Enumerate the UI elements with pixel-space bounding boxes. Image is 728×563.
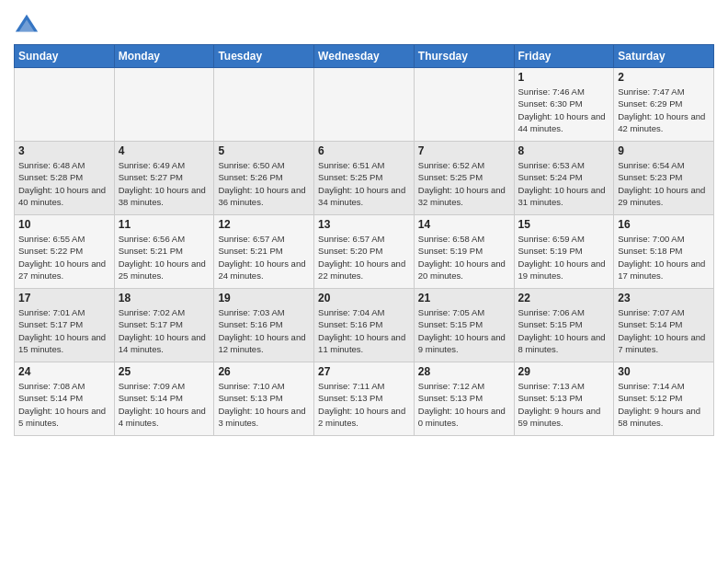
calendar-cell: 5Sunrise: 6:50 AMSunset: 5:26 PMDaylight… xyxy=(214,142,314,215)
day-number: 6 xyxy=(318,144,410,157)
day-number: 4 xyxy=(119,144,210,157)
calendar-cell xyxy=(114,68,214,142)
logo-icon xyxy=(14,13,40,39)
day-info: Sunrise: 7:12 AMSunset: 5:13 PMDaylight:… xyxy=(418,380,510,429)
day-number: 24 xyxy=(18,365,110,378)
calendar-cell: 6Sunrise: 6:51 AMSunset: 5:25 PMDaylight… xyxy=(314,142,415,215)
calendar-cell: 24Sunrise: 7:08 AMSunset: 5:14 PMDayligh… xyxy=(15,362,115,436)
calendar-week-row: 24Sunrise: 7:08 AMSunset: 5:14 PMDayligh… xyxy=(15,362,714,436)
day-of-week-header: Saturday xyxy=(614,45,714,68)
day-number: 5 xyxy=(218,144,310,157)
day-info: Sunrise: 7:03 AMSunset: 5:16 PMDaylight:… xyxy=(218,306,310,355)
calendar-cell: 2Sunrise: 7:47 AMSunset: 6:29 PMDaylight… xyxy=(614,68,714,142)
day-number: 26 xyxy=(218,365,310,378)
day-number: 21 xyxy=(418,292,510,304)
calendar-cell: 14Sunrise: 6:58 AMSunset: 5:19 PMDayligh… xyxy=(414,215,514,289)
header-row: SundayMondayTuesdayWednesdayThursdayFrid… xyxy=(15,45,714,68)
calendar-cell: 25Sunrise: 7:09 AMSunset: 5:14 PMDayligh… xyxy=(114,362,214,436)
day-number: 22 xyxy=(518,292,610,304)
day-number: 30 xyxy=(618,365,710,378)
day-number: 7 xyxy=(418,144,510,157)
day-info: Sunrise: 6:55 AMSunset: 5:22 PMDaylight:… xyxy=(18,233,110,282)
day-number: 8 xyxy=(518,144,610,157)
calendar-table: SundayMondayTuesdayWednesdayThursdayFrid… xyxy=(14,44,714,436)
day-number: 11 xyxy=(119,218,210,231)
day-info: Sunrise: 7:14 AMSunset: 5:12 PMDaylight:… xyxy=(618,380,710,429)
day-info: Sunrise: 6:58 AMSunset: 5:19 PMDaylight:… xyxy=(418,233,510,282)
day-number: 23 xyxy=(618,292,710,304)
calendar-cell: 11Sunrise: 6:56 AMSunset: 5:21 PMDayligh… xyxy=(114,215,214,289)
calendar-week-row: 17Sunrise: 7:01 AMSunset: 5:17 PMDayligh… xyxy=(15,289,714,362)
logo xyxy=(14,13,43,39)
calendar-cell xyxy=(314,68,415,142)
day-number: 14 xyxy=(418,218,510,231)
day-of-week-header: Tuesday xyxy=(214,45,314,68)
day-info: Sunrise: 7:10 AMSunset: 5:13 PMDaylight:… xyxy=(218,380,310,429)
day-info: Sunrise: 6:53 AMSunset: 5:24 PMDaylight:… xyxy=(518,159,610,208)
day-of-week-header: Sunday xyxy=(15,45,115,68)
day-number: 18 xyxy=(119,292,210,304)
calendar-week-row: 1Sunrise: 7:46 AMSunset: 6:30 PMDaylight… xyxy=(15,68,714,142)
day-of-week-header: Monday xyxy=(114,45,214,68)
calendar-cell xyxy=(414,68,514,142)
day-info: Sunrise: 6:51 AMSunset: 5:25 PMDaylight:… xyxy=(318,159,410,208)
calendar-cell xyxy=(214,68,314,142)
day-info: Sunrise: 6:49 AMSunset: 5:27 PMDaylight:… xyxy=(119,159,210,208)
day-info: Sunrise: 6:52 AMSunset: 5:25 PMDaylight:… xyxy=(418,159,510,208)
day-info: Sunrise: 6:57 AMSunset: 5:21 PMDaylight:… xyxy=(218,233,310,282)
day-info: Sunrise: 6:56 AMSunset: 5:21 PMDaylight:… xyxy=(119,233,210,282)
calendar-cell: 22Sunrise: 7:06 AMSunset: 5:15 PMDayligh… xyxy=(514,289,614,362)
calendar-cell: 18Sunrise: 7:02 AMSunset: 5:17 PMDayligh… xyxy=(114,289,214,362)
day-info: Sunrise: 6:50 AMSunset: 5:26 PMDaylight:… xyxy=(218,159,310,208)
day-number: 9 xyxy=(618,144,710,157)
day-number: 28 xyxy=(418,365,510,378)
day-number: 20 xyxy=(318,292,410,304)
day-number: 10 xyxy=(18,218,110,231)
calendar-cell: 13Sunrise: 6:57 AMSunset: 5:20 PMDayligh… xyxy=(314,215,415,289)
calendar-cell: 26Sunrise: 7:10 AMSunset: 5:13 PMDayligh… xyxy=(214,362,314,436)
calendar-body: 1Sunrise: 7:46 AMSunset: 6:30 PMDaylight… xyxy=(15,68,714,436)
calendar-cell: 19Sunrise: 7:03 AMSunset: 5:16 PMDayligh… xyxy=(214,289,314,362)
day-number: 2 xyxy=(618,71,710,84)
calendar-cell: 4Sunrise: 6:49 AMSunset: 5:27 PMDaylight… xyxy=(114,142,214,215)
day-number: 3 xyxy=(18,144,110,157)
calendar-cell: 28Sunrise: 7:12 AMSunset: 5:13 PMDayligh… xyxy=(414,362,514,436)
day-info: Sunrise: 7:08 AMSunset: 5:14 PMDaylight:… xyxy=(18,380,110,429)
calendar-cell: 7Sunrise: 6:52 AMSunset: 5:25 PMDaylight… xyxy=(414,142,514,215)
calendar-week-row: 3Sunrise: 6:48 AMSunset: 5:28 PMDaylight… xyxy=(15,142,714,215)
day-info: Sunrise: 7:46 AMSunset: 6:30 PMDaylight:… xyxy=(518,86,610,134)
calendar-cell: 17Sunrise: 7:01 AMSunset: 5:17 PMDayligh… xyxy=(15,289,115,362)
day-info: Sunrise: 6:57 AMSunset: 5:20 PMDaylight:… xyxy=(318,233,410,282)
day-number: 17 xyxy=(18,292,110,304)
calendar-header: SundayMondayTuesdayWednesdayThursdayFrid… xyxy=(15,45,714,68)
day-info: Sunrise: 6:59 AMSunset: 5:19 PMDaylight:… xyxy=(518,233,610,282)
day-number: 25 xyxy=(119,365,210,378)
day-info: Sunrise: 7:09 AMSunset: 5:14 PMDaylight:… xyxy=(119,380,210,429)
day-info: Sunrise: 7:13 AMSunset: 5:13 PMDaylight:… xyxy=(518,380,610,429)
day-info: Sunrise: 7:07 AMSunset: 5:14 PMDaylight:… xyxy=(618,306,710,355)
calendar-cell: 21Sunrise: 7:05 AMSunset: 5:15 PMDayligh… xyxy=(414,289,514,362)
day-info: Sunrise: 7:04 AMSunset: 5:16 PMDaylight:… xyxy=(318,306,410,355)
header xyxy=(14,9,714,39)
day-info: Sunrise: 7:06 AMSunset: 5:15 PMDaylight:… xyxy=(518,306,610,355)
day-of-week-header: Wednesday xyxy=(314,45,415,68)
day-info: Sunrise: 7:05 AMSunset: 5:15 PMDaylight:… xyxy=(418,306,510,355)
calendar-cell: 10Sunrise: 6:55 AMSunset: 5:22 PMDayligh… xyxy=(15,215,115,289)
calendar-week-row: 10Sunrise: 6:55 AMSunset: 5:22 PMDayligh… xyxy=(15,215,714,289)
day-number: 27 xyxy=(318,365,410,378)
calendar-cell: 12Sunrise: 6:57 AMSunset: 5:21 PMDayligh… xyxy=(214,215,314,289)
calendar-cell: 9Sunrise: 6:54 AMSunset: 5:23 PMDaylight… xyxy=(614,142,714,215)
day-info: Sunrise: 7:47 AMSunset: 6:29 PMDaylight:… xyxy=(618,86,710,134)
day-info: Sunrise: 6:48 AMSunset: 5:28 PMDaylight:… xyxy=(18,159,110,208)
day-number: 1 xyxy=(518,71,610,84)
day-number: 12 xyxy=(218,218,310,231)
day-number: 19 xyxy=(218,292,310,304)
day-info: Sunrise: 7:00 AMSunset: 5:18 PMDaylight:… xyxy=(618,233,710,282)
calendar-cell: 16Sunrise: 7:00 AMSunset: 5:18 PMDayligh… xyxy=(614,215,714,289)
calendar-cell: 20Sunrise: 7:04 AMSunset: 5:16 PMDayligh… xyxy=(314,289,415,362)
calendar-cell xyxy=(15,68,115,142)
day-info: Sunrise: 7:01 AMSunset: 5:17 PMDaylight:… xyxy=(18,306,110,355)
calendar-cell: 1Sunrise: 7:46 AMSunset: 6:30 PMDaylight… xyxy=(514,68,614,142)
calendar-cell: 29Sunrise: 7:13 AMSunset: 5:13 PMDayligh… xyxy=(514,362,614,436)
calendar-cell: 15Sunrise: 6:59 AMSunset: 5:19 PMDayligh… xyxy=(514,215,614,289)
